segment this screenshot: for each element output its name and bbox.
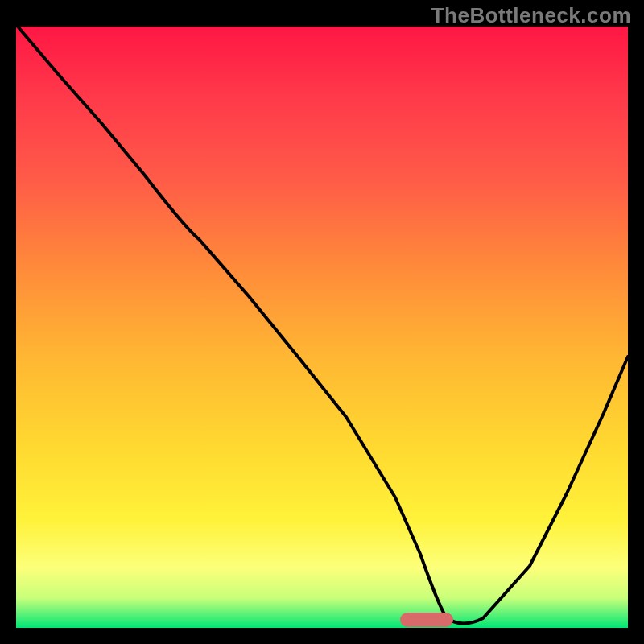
curve-path (18, 27, 628, 624)
plot-area (16, 27, 628, 628)
chart-stage: TheBottleneck.com (0, 0, 644, 644)
optimal-marker (400, 613, 453, 627)
bottleneck-curve (16, 27, 628, 628)
watermark-text: TheBottleneck.com (431, 3, 631, 28)
